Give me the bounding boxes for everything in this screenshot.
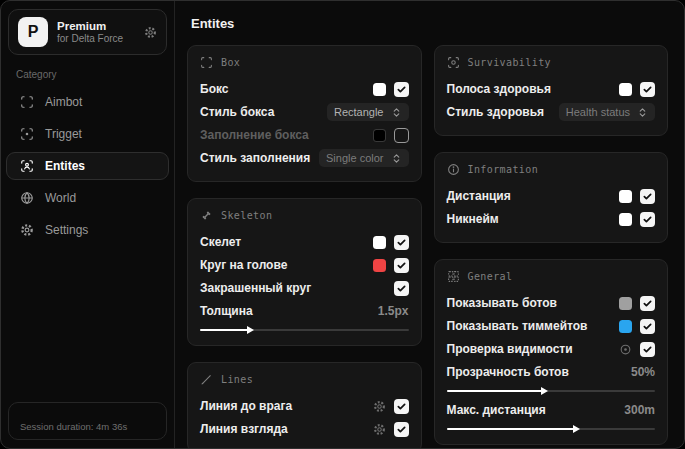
brand-card: P Premium for Delta Force [8, 9, 167, 55]
sidebar-item-label: Trigget [45, 127, 82, 141]
slider-fill [200, 329, 248, 331]
setting-label: Бокс [200, 82, 228, 96]
color-swatch[interactable] [619, 83, 632, 96]
app-window: P Premium for Delta Force Category Aimbo… [0, 0, 685, 449]
setting-row-bots-opacity: Прозрачность ботов 50% [447, 361, 656, 383]
survivability-icon [447, 56, 460, 69]
setting-row-view-line: Линия взгляда [200, 418, 409, 440]
max-distance-slider[interactable] [447, 421, 656, 432]
panel-header: General [468, 271, 513, 282]
setting-label: Стиль бокса [200, 105, 274, 119]
sidebar-item-trigget[interactable]: Trigget [6, 120, 169, 148]
sidebar-item-label: Entites [45, 159, 85, 173]
sidebar-item-label: World [45, 191, 76, 205]
setting-label: Стиль здоровья [447, 105, 545, 119]
gear-icon[interactable] [144, 26, 157, 39]
color-swatch[interactable] [373, 129, 386, 142]
setting-row-distance: Дистанция [447, 185, 656, 207]
info-icon [447, 163, 460, 176]
gear-icon[interactable] [373, 400, 386, 413]
sidebar-item-aimbot[interactable]: Aimbot [6, 88, 169, 116]
brand-text: Premium for Delta Force [57, 20, 123, 44]
color-swatch[interactable] [373, 83, 386, 96]
panel-header: Skeleton [221, 210, 272, 221]
brand-subtitle: for Delta Force [57, 33, 123, 44]
slider-track [447, 428, 656, 430]
setting-row-filled-circle: Закрашенный круг [200, 277, 409, 299]
color-swatch[interactable] [619, 320, 632, 333]
setting-row-thickness: Толщина 1.5px [200, 300, 409, 322]
setting-row-health-style: Стиль здоровья Health status [447, 101, 656, 123]
box-style-select[interactable]: Rectangle [327, 103, 409, 121]
entities-icon [20, 159, 34, 173]
thickness-slider[interactable] [200, 322, 409, 333]
panel-header: Information [468, 164, 539, 175]
brand-logo-letter: P [28, 23, 39, 41]
panel-header: Survivability [468, 57, 551, 68]
setting-label: Дистанция [447, 189, 511, 203]
setting-row-head-circle: Круг на голове [200, 254, 409, 276]
setting-label: Скелет [200, 235, 241, 249]
setting-row-enemy-line: Линия до врага [200, 395, 409, 417]
setting-label: Полоса здоровья [447, 82, 551, 96]
health-style-select[interactable]: Health status [559, 103, 655, 121]
panel-lines: Lines Линия до врага Линия взгляда [187, 362, 422, 448]
sidebar-item-world[interactable]: World [6, 184, 169, 212]
setting-row-box: Бокс [200, 78, 409, 100]
setting-row-skeleton: Скелет [200, 231, 409, 253]
checkbox-checked[interactable] [640, 342, 655, 357]
gear-icon[interactable] [373, 423, 386, 436]
color-swatch[interactable] [373, 259, 386, 272]
color-swatch[interactable] [373, 236, 386, 249]
checkbox-checked[interactable] [394, 82, 409, 97]
globe-icon [20, 191, 34, 205]
brand-title: Premium [57, 20, 123, 32]
chevrons-up-down-icon [637, 107, 648, 118]
setting-label: Закрашенный круг [200, 281, 311, 295]
select-value: Rectangle [334, 106, 384, 118]
crosshair-icon [20, 127, 34, 141]
slider-fill [447, 390, 543, 392]
setting-row-box-fill: Заполнение бокса [200, 124, 409, 146]
checkbox-checked[interactable] [394, 281, 409, 296]
checkbox-checked[interactable] [394, 422, 409, 437]
checkbox-checked[interactable] [640, 296, 655, 311]
setting-row-health-bar: Полоса здоровья [447, 78, 656, 100]
panel-header: Lines [221, 374, 253, 385]
page-title: Entites [191, 16, 668, 31]
checkbox-checked[interactable] [640, 82, 655, 97]
panel-information: Information Дистанция Никнейм [434, 152, 669, 243]
color-swatch[interactable] [619, 213, 632, 226]
checkbox-checked[interactable] [394, 235, 409, 250]
brand-logo: P [18, 17, 48, 47]
chevrons-up-down-icon [391, 107, 402, 118]
bots-opacity-slider[interactable] [447, 383, 656, 394]
main-content: Entites Box Бокс [175, 1, 684, 448]
sidebar-item-entites[interactable]: Entites [6, 152, 169, 180]
setting-value: 300m [624, 403, 655, 417]
setting-label: Круг на голове [200, 258, 287, 272]
color-swatch[interactable] [619, 297, 632, 310]
checkbox-checked[interactable] [640, 319, 655, 334]
setting-row-fill-style: Стиль заполнения Single color [200, 147, 409, 169]
setting-label: Линия до врага [200, 399, 292, 413]
setting-label: Заполнение бокса [200, 128, 309, 142]
checkbox-checked[interactable] [640, 212, 655, 227]
fill-style-select[interactable]: Single color [319, 149, 408, 167]
setting-label: Никнейм [447, 212, 499, 226]
gear-icon [20, 223, 34, 237]
color-swatch[interactable] [619, 190, 632, 203]
sidebar-item-settings[interactable]: Settings [6, 216, 169, 244]
checkbox-checked[interactable] [394, 399, 409, 414]
setting-row-box-style: Стиль бокса Rectangle [200, 101, 409, 123]
checkbox-checked[interactable] [394, 258, 409, 273]
setting-value: 50% [631, 365, 655, 379]
setting-value: 1.5px [378, 304, 409, 318]
checkbox-checked[interactable] [640, 189, 655, 204]
select-value: Single color [326, 152, 383, 164]
bone-icon [200, 209, 213, 222]
setting-label: Показывать ботов [447, 296, 557, 310]
box-icon [200, 56, 213, 69]
checkbox-unchecked[interactable] [394, 128, 409, 143]
setting-row-visibility-check: Проверка видимости [447, 338, 656, 360]
